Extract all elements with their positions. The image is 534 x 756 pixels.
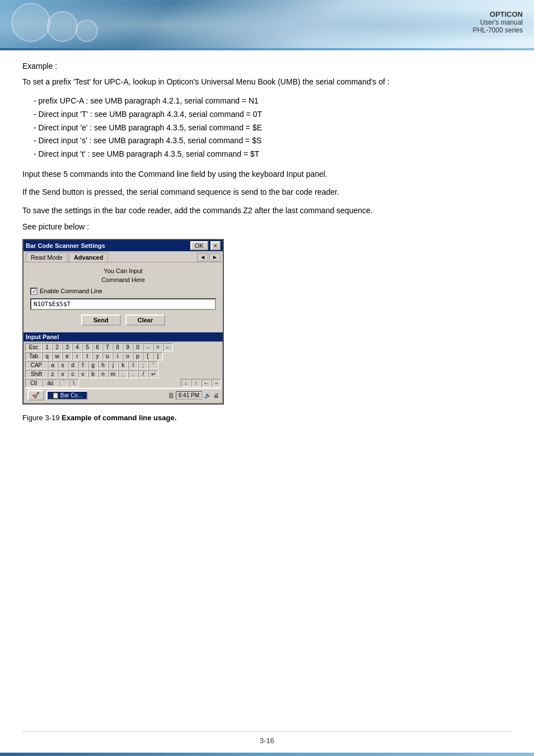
key-u[interactable]: u [102,352,113,360]
key-l[interactable]: l [128,361,138,369]
key-q[interactable]: q [42,352,52,360]
clear-button[interactable]: Clear [125,314,166,326]
key-d[interactable]: d [68,361,78,369]
key-s[interactable]: s [58,361,68,369]
figure-caption: Figure 3-19 Example of command line usag… [22,414,512,422]
key-enter[interactable]: ↵ [148,370,158,378]
key-tab[interactable]: Tab [25,352,42,360]
key-equals[interactable]: = [153,343,163,351]
key-esc[interactable]: Esc [25,343,42,351]
key-space[interactable] [79,379,181,387]
key-m[interactable]: m [108,370,118,378]
key-p[interactable]: p [133,352,143,360]
figure-number: Figure 3-19 [22,414,59,422]
dialog-button-row: Send Clear [30,314,216,326]
list-item: Direct input 'e' : see UMB paragraph 4.3… [28,121,512,135]
dialog-ok-button[interactable]: OK [190,241,208,250]
main-content: Example : To set a prefix 'Test' for UPC… [0,50,534,444]
key-2[interactable]: 2 [52,343,62,351]
tray-bars: ||| [169,392,174,398]
tab-read-mode[interactable]: Read Mode [26,252,68,262]
keyboard: Esc 1 2 3 4 5 6 7 8 9 0 - = ← Tab [24,341,223,403]
page-number: 3-16 [260,736,274,745]
key-comma[interactable]: , [118,370,128,378]
key-backtick[interactable]: ` [59,379,69,387]
header-accent-bar [0,48,534,50]
start-button[interactable]: 🚀 [27,390,44,401]
key-c[interactable]: c [68,370,78,378]
circle-large [11,3,50,42]
key-a[interactable]: a [48,361,58,369]
key-ctrl[interactable]: Ctl [25,379,42,387]
dialog-body: You Can Input Command Here ✓ Enable Comm… [24,262,223,332]
key-intl[interactable]: áü [42,379,59,387]
keyboard-row-2: Tab q w e r t y u i o p [ ] [25,352,221,360]
list-item: Direct input 's' : see UMB paragraph 4.3… [28,134,512,148]
tab-prev-button[interactable]: ◄ [197,253,208,261]
tab-next-button[interactable]: ► [209,253,221,261]
key-shift[interactable]: Shift [25,370,48,378]
key-right[interactable]: → [211,379,221,387]
window-label: Bar Co... [60,392,82,398]
key-minus[interactable]: - [143,343,153,351]
dialog-titlebar: Bar Code Scanner Settings OK × [24,240,223,251]
key-e[interactable]: e [62,352,72,360]
key-w[interactable]: w [52,352,62,360]
key-0[interactable]: 0 [133,343,143,351]
key-7[interactable]: 7 [102,343,113,351]
key-8[interactable]: 8 [113,343,123,351]
key-x[interactable]: x [58,370,68,378]
key-6[interactable]: 6 [92,343,102,351]
key-o[interactable]: o [123,352,133,360]
key-quote[interactable]: ' [148,361,158,369]
key-period[interactable]: . [128,370,138,378]
key-9[interactable]: 9 [123,343,133,351]
circle-small [76,20,98,42]
key-3[interactable]: 3 [62,343,72,351]
para1: Input these 5 commands into the Command … [22,168,512,180]
taskbar-window-button[interactable]: 📋 Bar Co... [46,391,88,400]
circle-medium [47,11,78,42]
key-up[interactable]: ↑ [191,379,201,387]
key-v[interactable]: v [78,370,88,378]
key-backslash[interactable]: \ [69,379,79,387]
key-z[interactable]: z [48,370,58,378]
taskbar: 🚀 📋 Bar Co... ||| 6:41 PM 🔊 🖨 [25,388,221,402]
key-y[interactable]: y [92,352,102,360]
enable-checkbox[interactable]: ✓ [30,288,38,295]
key-k[interactable]: k [118,361,128,369]
header-brand-block: OPTICON User's manual PHL-7000 series [473,10,523,34]
key-down[interactable]: ↓ [181,379,191,387]
key-5[interactable]: 5 [82,343,92,351]
figure-caption-text: Example of command line usage. [62,414,176,422]
key-4[interactable]: 4 [72,343,82,351]
key-i[interactable]: i [113,352,123,360]
key-rbracket[interactable]: ] [153,352,163,360]
key-r[interactable]: r [72,352,82,360]
key-backspace[interactable]: ← [163,343,173,351]
key-caps[interactable]: CAP [25,361,48,369]
dialog-title: Bar Code Scanner Settings [26,242,190,249]
key-t[interactable]: t [82,352,92,360]
key-f[interactable]: f [78,361,88,369]
key-j[interactable]: j [108,361,118,369]
key-n[interactable]: n [98,370,108,378]
tab-advanced[interactable]: Advanced [69,252,109,262]
dialog-close-button[interactable]: × [210,241,221,250]
send-button[interactable]: Send [81,314,121,326]
key-g[interactable]: g [88,361,98,369]
key-b[interactable]: b [88,370,98,378]
page-header: OPTICON User's manual PHL-7000 series [0,0,534,50]
command-input-field[interactable] [30,298,216,310]
key-lbracket[interactable]: [ [143,352,153,360]
key-1[interactable]: 1 [42,343,52,351]
keyboard-row-1: Esc 1 2 3 4 5 6 7 8 9 0 - = ← [25,343,221,351]
brand-name: OPTICON [473,10,523,18]
header-decoration [11,3,98,44]
key-h[interactable]: h [98,361,108,369]
key-semicolon[interactable]: ; [138,361,148,369]
key-left[interactable]: ← [201,379,211,387]
key-slash[interactable]: / [138,370,148,378]
printer-icon: 🖨 [213,392,219,398]
keyboard-row-3: CAP a s d f g h j k l ; ' [25,361,221,369]
